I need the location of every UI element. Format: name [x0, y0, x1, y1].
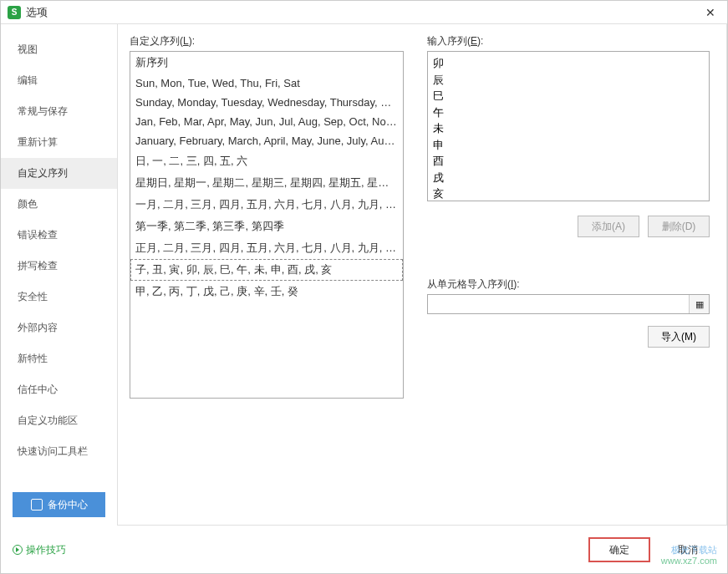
- sidebar-item[interactable]: 外部内容: [1, 312, 117, 343]
- cancel-button[interactable]: 取消: [665, 539, 710, 561]
- list-item[interactable]: 星期日, 星期一, 星期二, 星期三, 星期四, 星期五, 星期六: [130, 172, 403, 194]
- tips-link[interactable]: 操作技巧: [13, 543, 66, 557]
- sidebar-item[interactable]: 自定义功能区: [1, 405, 117, 436]
- ok-button[interactable]: 确定: [588, 537, 650, 562]
- list-item[interactable]: Sun, Mon, Tue, Wed, Thu, Fri, Sat: [130, 74, 403, 93]
- content-panel: 自定义序列(L): 新序列Sun, Mon, Tue, Wed, Thu, Fr…: [118, 24, 727, 526]
- custom-list-pane: 自定义序列(L): 新序列Sun, Mon, Tue, Wed, Thu, Fr…: [130, 34, 404, 525]
- range-picker-icon[interactable]: ▦: [689, 295, 709, 313]
- import-label: 从单元格导入序列(I):: [427, 277, 710, 292]
- custom-series-list[interactable]: 新序列Sun, Mon, Tue, Wed, Thu, Fri, SatSund…: [130, 51, 404, 399]
- play-icon: [13, 545, 23, 555]
- sidebar-item[interactable]: 视图: [1, 34, 117, 65]
- titlebar: S 选项 ✕: [1, 1, 727, 24]
- sidebar-item[interactable]: 信任中心: [1, 374, 117, 405]
- delete-button[interactable]: 删除(D): [648, 216, 710, 237]
- import-range-input[interactable]: [428, 295, 689, 313]
- footer: 操作技巧 确定 取消: [1, 526, 727, 574]
- list-item[interactable]: 第一季, 第二季, 第三季, 第四季: [130, 216, 403, 237]
- input-pane: 输入序列(E): 添加(A) 删除(D) 从单元格导入序列(I): ▦: [427, 34, 710, 525]
- sidebar-item[interactable]: 拼写检查: [1, 251, 117, 282]
- backup-icon: [31, 499, 43, 511]
- sidebar-item[interactable]: 编辑: [1, 65, 117, 96]
- sidebar-item[interactable]: 错误检查: [1, 220, 117, 251]
- list-item[interactable]: 一月, 二月, 三月, 四月, 五月, 六月, 七月, 八月, 九月, 十月, …: [130, 194, 403, 216]
- sidebar-item[interactable]: 自定义序列: [1, 158, 117, 189]
- backup-label: 备份中心: [48, 498, 88, 512]
- app-icon: S: [8, 6, 21, 19]
- list-item[interactable]: 正月, 二月, 三月, 四月, 五月, 六月, 七月, 八月, 九月, 十月, …: [130, 237, 403, 259]
- input-series-label: 输入序列(E):: [427, 34, 710, 48]
- list-item[interactable]: January, February, March, April, May, Ju…: [130, 131, 403, 150]
- backup-center-button[interactable]: 备份中心: [13, 492, 105, 517]
- sidebar: 视图编辑常规与保存重新计算自定义序列颜色错误检查拼写检查安全性外部内容新特性信任…: [1, 24, 118, 526]
- custom-list-label: 自定义序列(L):: [130, 34, 404, 48]
- list-item[interactable]: Sunday, Monday, Tuesday, Wednesday, Thur…: [130, 93, 403, 112]
- sidebar-item[interactable]: 颜色: [1, 189, 117, 220]
- window-title: 选项: [26, 5, 700, 20]
- list-item[interactable]: 子, 丑, 寅, 卯, 辰, 巳, 午, 未, 申, 酉, 戌, 亥: [130, 259, 403, 281]
- list-item[interactable]: 甲, 乙, 丙, 丁, 戊, 己, 庚, 辛, 壬, 癸: [130, 281, 403, 302]
- sidebar-item[interactable]: 新特性: [1, 343, 117, 374]
- sidebar-item[interactable]: 重新计算: [1, 127, 117, 158]
- sidebar-item[interactable]: 快速访问工具栏: [1, 436, 117, 467]
- sidebar-item[interactable]: 安全性: [1, 282, 117, 312]
- list-item[interactable]: Jan, Feb, Mar, Apr, May, Jun, Jul, Aug, …: [130, 112, 403, 131]
- main-content: 视图编辑常规与保存重新计算自定义序列颜色错误检查拼写检查安全性外部内容新特性信任…: [1, 24, 727, 526]
- import-input-wrapper: ▦: [427, 294, 710, 314]
- close-button[interactable]: ✕: [700, 3, 720, 23]
- sidebar-item[interactable]: 常规与保存: [1, 96, 117, 127]
- add-button[interactable]: 添加(A): [578, 216, 639, 237]
- list-item[interactable]: 日, 一, 二, 三, 四, 五, 六: [130, 150, 403, 172]
- import-button[interactable]: 导入(M): [648, 326, 710, 348]
- list-item[interactable]: 新序列: [130, 52, 403, 74]
- input-series-textarea[interactable]: [427, 51, 710, 201]
